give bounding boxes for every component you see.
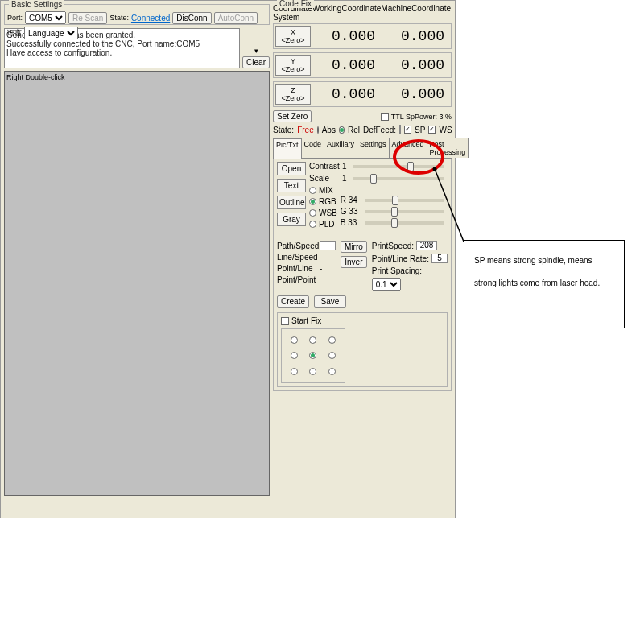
tab-post-processing[interactable]: Post Processing [427, 138, 469, 158]
tab-pic-txt[interactable]: Pic/Txt [273, 138, 302, 159]
pointpoint-label: Point/Point [277, 275, 317, 284]
pos-radio[interactable] [328, 336, 336, 344]
open-button[interactable]: Open [277, 162, 306, 175]
contrast-label: Contrast [309, 162, 340, 171]
position-grid [281, 328, 345, 383]
dropdown-icon[interactable]: ▾ [242, 47, 270, 55]
gray-button[interactable]: Gray [277, 213, 306, 226]
pathspeed-label: Path/Speed [277, 242, 317, 250]
deffeed-input[interactable] [399, 125, 401, 134]
scale-label: Scale [309, 174, 340, 183]
rescan-button[interactable]: Re Scan [68, 12, 107, 24]
pos-radio[interactable] [291, 336, 298, 344]
scale-slider[interactable] [353, 177, 444, 180]
text-button[interactable]: Text [277, 179, 306, 192]
log-line: Have access to configuration. [6, 48, 237, 57]
log-line: Successfully connected to the CNC, Port … [6, 39, 237, 48]
sp-checkbox[interactable]: ✓ [404, 126, 411, 134]
create-button[interactable]: Create [277, 295, 309, 308]
mix-radio[interactable] [309, 187, 316, 194]
state2-label: State: [273, 126, 294, 134]
z-working-value: 0.000 [311, 86, 380, 102]
save-button[interactable]: Save [314, 295, 346, 308]
tab-code[interactable]: Code [301, 138, 325, 158]
wsb-radio[interactable] [309, 209, 316, 217]
pos-radio[interactable] [309, 368, 316, 375]
startfix-label: Start Fix [291, 316, 321, 325]
b-slider[interactable] [365, 221, 444, 225]
abs-label: Abs [322, 126, 336, 134]
language-select[interactable]: Language [24, 27, 78, 39]
x-coord-row: X <Zero> 0.000 0.000 [273, 23, 452, 49]
pos-radio[interactable] [291, 368, 298, 375]
printspacing-select[interactable]: 0.1 [372, 278, 401, 291]
deffeed-label: DefFeed: [363, 126, 396, 134]
scale-value: 1 [342, 174, 347, 183]
y-working-value: 0.000 [311, 57, 380, 73]
rgb-radio[interactable] [309, 198, 316, 205]
pathspeed-input[interactable] [320, 241, 336, 250]
pld-radio[interactable] [309, 221, 316, 228]
pld-label: PLD [319, 220, 334, 229]
g-label: G 33 [341, 207, 360, 216]
machine-label: MachineCoordinate [381, 4, 454, 22]
annotation-box: SP means strong spindle, means strong li… [464, 240, 625, 328]
z-zero-button[interactable]: Z <Zero> [275, 84, 311, 105]
tab-advanced[interactable]: Advanced [389, 138, 427, 158]
startfix-checkbox[interactable] [281, 317, 289, 325]
canvas-hint: Right Double-click [6, 73, 65, 81]
ttl-checkbox[interactable] [381, 113, 389, 121]
disconn-button[interactable]: DisConn [172, 12, 211, 24]
printspeed-input[interactable]: 208 [416, 241, 437, 250]
ttl-label: TTL SpPower: 3 % [391, 113, 452, 121]
linespeed-value: - [320, 253, 322, 262]
y-zero-button[interactable]: Y <Zero> [275, 55, 311, 76]
rel-label: Rel [348, 126, 360, 134]
ws-label: WS [439, 126, 452, 134]
x-zero-button[interactable]: X <Zero> [275, 26, 311, 47]
mirro-button[interactable]: Mirro [341, 241, 367, 253]
y-machine-value: 0.000 [380, 57, 449, 73]
sp-label: SP [415, 126, 425, 134]
state-value: Connected [131, 14, 170, 23]
inver-button[interactable]: Inver [341, 256, 367, 268]
contrast-value: 1 [342, 162, 347, 171]
tab-settings[interactable]: Settings [357, 138, 390, 158]
pic-txt-panel: Open Text Outline Gray Contrast1 Scale1 … [273, 159, 452, 391]
app-window: Basic Settings Port: COM5 Re Scan State:… [0, 0, 456, 518]
contrast-slider[interactable] [353, 165, 444, 168]
rgb-label: RGB [319, 197, 336, 206]
clear-button[interactable]: Clear [242, 56, 270, 68]
printspeed-label: PrintSpeed: [372, 242, 414, 250]
pos-radio[interactable] [309, 336, 316, 344]
ws-checkbox[interactable]: ✓ [428, 126, 436, 134]
x-machine-value: 0.000 [380, 28, 449, 44]
port-select[interactable]: COM5 [25, 11, 66, 24]
tab-bar: Pic/Txt Code Auxiliary Settings Advanced… [273, 138, 452, 159]
drawing-canvas[interactable]: Right Double-click [4, 71, 270, 496]
set-zero-button[interactable]: Set Zero [273, 110, 312, 122]
pointline-value: - [320, 264, 322, 273]
r-slider[interactable] [365, 199, 444, 202]
right-pane: Coordinate System WorkingCoordinate Mach… [273, 4, 452, 513]
basic-title: Basic Settings [9, 0, 64, 9]
pos-radio[interactable] [328, 352, 336, 359]
linespeed-label: Line/Speed [277, 253, 317, 262]
basic-settings-group: Basic Settings Port: COM5 Re Scan State:… [4, 4, 270, 25]
r-label: R 34 [341, 196, 360, 204]
pos-radio-center[interactable] [309, 352, 316, 359]
y-coord-row: Y <Zero> 0.000 0.000 [273, 52, 452, 78]
plrate-input[interactable]: 5 [431, 254, 448, 263]
g-slider[interactable] [365, 210, 444, 213]
abs-radio[interactable] [317, 126, 319, 134]
tab-auxiliary[interactable]: Auxiliary [324, 138, 357, 158]
outline-button[interactable]: Outline [277, 196, 306, 209]
rel-radio[interactable] [339, 126, 345, 134]
left-pane: Basic Settings Port: COM5 Re Scan State:… [4, 4, 270, 513]
state2-value: Free [297, 126, 314, 134]
pos-radio[interactable] [328, 368, 336, 375]
pos-radio[interactable] [291, 352, 298, 359]
state-label: State: [109, 14, 129, 22]
z-machine-value: 0.000 [380, 86, 449, 102]
autoconn-button[interactable]: AutoConn [214, 12, 258, 24]
